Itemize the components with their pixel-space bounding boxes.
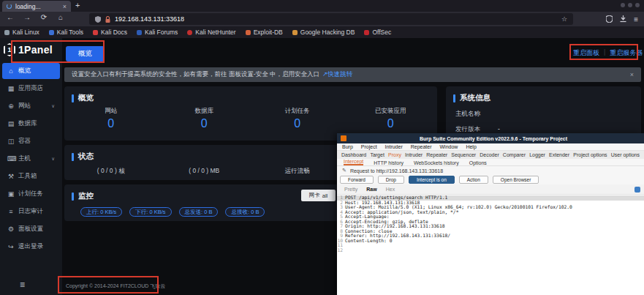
tab-proxy[interactable]: Proxy bbox=[388, 152, 401, 157]
subtab-http-history[interactable]: HTTP history bbox=[374, 160, 404, 165]
download-badge[interactable]: 下行: 0 KB/s bbox=[129, 207, 171, 217]
inspector-toggle-icon[interactable] bbox=[634, 187, 640, 193]
menu-project[interactable]: Project bbox=[361, 144, 377, 149]
forward-icon[interactable]: → bbox=[23, 13, 31, 21]
tracking-shield-icon[interactable] bbox=[606, 15, 613, 23]
stat-label: 计划任务 bbox=[251, 107, 344, 116]
tab-intruder[interactable]: Intruder bbox=[405, 152, 423, 157]
bookmark-star-icon[interactable]: ☆ bbox=[561, 15, 567, 23]
menu-repeater[interactable]: Repeater bbox=[411, 144, 432, 149]
bookmark-kali-forums[interactable]: Kali Forums bbox=[137, 29, 178, 36]
sidebar-item-website[interactable]: ⊕网站∨ bbox=[2, 98, 60, 114]
kali-docs-favicon bbox=[93, 30, 98, 35]
back-icon[interactable]: ← bbox=[6, 13, 15, 21]
tab-close-icon[interactable]: × bbox=[63, 3, 67, 10]
tab-logger[interactable]: Logger bbox=[529, 152, 545, 157]
tab-extender[interactable]: Extender bbox=[549, 152, 569, 157]
home-icon[interactable]: ⌂ bbox=[56, 13, 65, 21]
bookmark-kali-nethunter[interactable]: Kali NetHunter bbox=[187, 29, 235, 36]
browser-menu-icon[interactable]: ≡ bbox=[634, 15, 638, 23]
sidebar-item-cron[interactable]: ▣计划任务 bbox=[2, 186, 60, 202]
menu-burp[interactable]: Burp bbox=[342, 144, 353, 149]
burp-title-bar[interactable]: Burp Suite Community Edition v2022.9.6 -… bbox=[337, 133, 644, 143]
stat-value[interactable]: 0 bbox=[251, 117, 344, 130]
sidebar-collapse-icon[interactable]: ≡ bbox=[20, 280, 25, 290]
database-icon: ▤ bbox=[7, 120, 15, 127]
bookmark-kali-linux[interactable]: Kali Linux bbox=[4, 29, 39, 36]
stat-value[interactable]: 0 bbox=[158, 117, 251, 130]
menu-help[interactable]: Help bbox=[466, 144, 476, 149]
downloads-icon[interactable] bbox=[620, 15, 626, 23]
total-received-badge[interactable]: 总接收: 0 B bbox=[225, 207, 265, 217]
menu-intruder[interactable]: Intruder bbox=[385, 144, 403, 149]
sidebar-item-settings[interactable]: ⚙面板设置 bbox=[2, 221, 60, 237]
sidebar: 1 1Panel ⌂概览 ▦应用商店 ⊕网站∨ ▤数据库 ◫容器 ⌨主机∨ ⚒工… bbox=[0, 38, 62, 295]
subtab-intercept[interactable]: Intercept bbox=[344, 159, 363, 165]
quick-jump-link[interactable]: ↗快速跳转 bbox=[322, 70, 352, 79]
sidebar-item-logout[interactable]: ↪退出登录 bbox=[2, 239, 60, 255]
editor-tab-pretty[interactable]: Pretty bbox=[344, 187, 357, 192]
url-text: 192.168.143.131:33618 bbox=[115, 15, 184, 23]
tab-user-options[interactable]: User options bbox=[611, 152, 640, 157]
sidebar-item-app-store[interactable]: ▦应用商店 bbox=[2, 81, 60, 97]
tab-sequencer[interactable]: Sequencer bbox=[451, 152, 476, 157]
sidebar-item-logs[interactable]: ≡日志审计 bbox=[2, 203, 60, 220]
reload-icon[interactable]: ⟳ bbox=[39, 13, 48, 21]
intercept-is-on-button[interactable]: Intercept is on bbox=[409, 176, 455, 184]
notice-close-icon[interactable]: × bbox=[630, 71, 634, 78]
sidebar-item-overview[interactable]: ⌂概览 bbox=[2, 63, 60, 79]
editor-tab-hex[interactable]: Hex bbox=[386, 187, 395, 192]
sidebar-item-toolbox[interactable]: ⚒工具箱 bbox=[2, 168, 60, 184]
tab-project-options[interactable]: Project options bbox=[573, 152, 607, 157]
total-sent-badge[interactable]: 总发送: 0 B bbox=[179, 207, 219, 217]
nic-select[interactable]: 网卡 all bbox=[301, 190, 336, 201]
request-line: 12 bbox=[337, 248, 644, 253]
burp-app-icon bbox=[341, 135, 346, 141]
menu-window[interactable]: Window bbox=[440, 144, 458, 149]
sidebar-item-database[interactable]: ▤数据库 bbox=[2, 116, 60, 132]
browser-tab[interactable]: loading... × bbox=[2, 1, 71, 12]
window-minimize-button[interactable] bbox=[621, 3, 625, 7]
request-editor[interactable]: 1POST /api/v1/settings/search HTTP/1.1 2… bbox=[337, 195, 644, 295]
browser-toolbar: ← → ⟳ ⌂ 192.168.143.131:33618 ☆ ≡ bbox=[0, 12, 644, 26]
upload-badge[interactable]: 上行: 0 KB/s bbox=[80, 207, 122, 217]
bookmark-kali-tools[interactable]: Kali Tools bbox=[49, 29, 83, 36]
url-bar[interactable]: 192.168.143.131:33618 ☆ bbox=[89, 13, 573, 25]
host-icon: ⌨ bbox=[7, 155, 15, 163]
bookmark-kali-docs[interactable]: Kali Docs bbox=[93, 29, 127, 36]
subtab-websockets-history[interactable]: WebSockets history bbox=[414, 160, 459, 165]
grid-icon: ▦ bbox=[7, 85, 15, 92]
window-close-button[interactable] bbox=[635, 3, 640, 7]
tab-comparer[interactable]: Comparer bbox=[503, 152, 526, 157]
action-button[interactable]: Action bbox=[459, 176, 488, 184]
logout-icon: ↪ bbox=[7, 243, 15, 250]
new-tab-button[interactable]: + bbox=[75, 1, 80, 10]
tab-target[interactable]: Target bbox=[370, 152, 384, 157]
bookmark-offsec[interactable]: OffSec bbox=[364, 29, 391, 36]
forward-button[interactable]: Forward bbox=[340, 176, 374, 184]
home-icon: ⌂ bbox=[7, 67, 15, 75]
schedule-icon: ▣ bbox=[7, 190, 15, 198]
tab-decoder[interactable]: Decoder bbox=[480, 152, 499, 157]
insecure-lock-icon[interactable] bbox=[105, 16, 110, 23]
drop-button[interactable]: Drop bbox=[378, 176, 404, 184]
editor-tab-raw[interactable]: Raw bbox=[366, 187, 376, 192]
shield-permissions-icon[interactable] bbox=[95, 16, 101, 23]
open-browser-button[interactable]: Open Browser bbox=[493, 176, 539, 184]
sidebar-item-host[interactable]: ⌨主机∨ bbox=[2, 151, 60, 167]
section-accent-bar bbox=[72, 193, 74, 201]
bookmark-google-hacking-db[interactable]: Google Hacking DB bbox=[292, 29, 355, 36]
monitor-card-title: 监控 bbox=[78, 191, 94, 201]
sidebar-item-container[interactable]: ◫容器 bbox=[2, 133, 60, 149]
annotation-box-restart-links bbox=[569, 44, 638, 60]
subtab-options[interactable]: Options bbox=[469, 160, 487, 165]
gear-icon: ⚙ bbox=[7, 225, 15, 233]
status-card-title: 状态 bbox=[78, 152, 94, 162]
bookmark-exploit-db[interactable]: Exploit-DB bbox=[246, 29, 283, 36]
tab-repeater[interactable]: Repeater bbox=[426, 152, 447, 157]
browser-tab-bar: loading... × + bbox=[0, 0, 644, 12]
stat-value[interactable]: 0 bbox=[64, 117, 158, 130]
tab-dashboard[interactable]: Dashboard bbox=[341, 152, 366, 157]
window-maximize-button[interactable] bbox=[628, 3, 632, 7]
stat-value[interactable]: 0 bbox=[344, 117, 438, 130]
